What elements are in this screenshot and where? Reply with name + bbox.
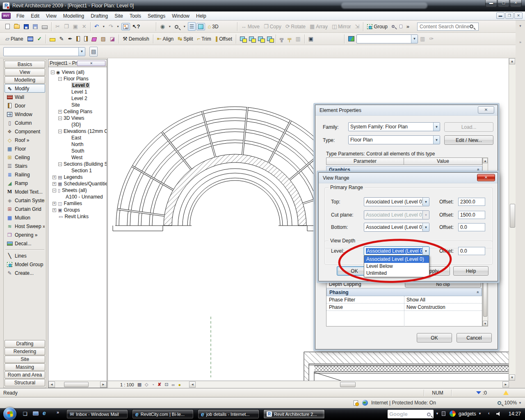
type-select[interactable]: Floor Plan▼ <box>348 135 440 144</box>
menu-help[interactable]: Help <box>193 12 210 20</box>
menu-settings[interactable]: Settings <box>144 12 169 20</box>
tree-item-revit-links[interactable]: ▭Revit Links <box>48 213 107 220</box>
tool-ramp[interactable]: ◢Ramp <box>5 179 45 187</box>
close-icon[interactable]: ✕ <box>77 61 105 66</box>
demolish-gray-button[interactable]: ▥ <box>294 34 302 43</box>
dialog-titlebar[interactable]: View Range <box>319 173 498 183</box>
join-cut-button[interactable] <box>256 35 265 42</box>
tree-item-a100[interactable]: A100 - Unnamed <box>48 194 107 200</box>
expander-icon[interactable]: + <box>52 202 56 205</box>
tree-item-sections[interactable]: −Sections (Building S <box>48 161 107 167</box>
edit-new-button[interactable]: Edit / New... <box>444 135 493 145</box>
tool-modify[interactable]: ⇖Modify <box>5 84 45 93</box>
tree-item-west[interactable]: West <box>48 154 107 161</box>
design-options-button[interactable] <box>347 35 356 43</box>
save-button[interactable] <box>22 23 30 30</box>
tab-room-and-area[interactable]: Room and Area <box>5 371 45 379</box>
tab-modelling[interactable]: Modelling <box>5 76 45 84</box>
zoom-button[interactable] <box>173 23 181 30</box>
ie-quicklaunch-icon[interactable]: e <box>43 410 46 416</box>
cut-profile-button[interactable] <box>82 35 89 43</box>
scroll-up-arrow[interactable]: ▲ <box>483 158 488 163</box>
menu-view[interactable]: View <box>43 12 60 20</box>
dropdown-option-unlimited[interactable]: Unlimited <box>364 270 429 277</box>
tool-opening[interactable]: ❒Opening » <box>5 231 45 239</box>
redo-dropdown[interactable]: ▾ <box>116 23 121 30</box>
chevron-more-icon[interactable]: » <box>57 410 59 415</box>
copy-clipboard-button[interactable]: ❐ <box>62 22 71 31</box>
ok-button[interactable]: OK <box>417 333 452 342</box>
tab-structural[interactable]: Structural <box>5 379 45 386</box>
collapse-icon[interactable]: » <box>476 169 481 171</box>
menu-modelling[interactable]: Modelling <box>60 12 87 20</box>
cut-plane-offset-input[interactable] <box>458 211 485 219</box>
tree-item-north[interactable]: North <box>48 141 107 148</box>
mdi-close-button[interactable]: ✕ <box>514 12 523 19</box>
level-select[interactable]: Associated Level (Level 0)▼ <box>364 247 429 256</box>
resize-button[interactable]: ⇲ <box>354 22 361 31</box>
dropdown-option-associated-level[interactable]: Associated Level (Level 0) <box>364 256 429 263</box>
redo-button[interactable]: ↷ <box>107 22 115 31</box>
unpin-button[interactable] <box>398 23 404 30</box>
tree-item-3d[interactable]: {3D} <box>48 121 107 128</box>
collapse-icon[interactable]: » <box>476 291 480 294</box>
context-help-button[interactable]: ↖? <box>131 22 142 31</box>
uncut-button[interactable] <box>265 35 274 42</box>
type-selector[interactable]: ▼ <box>3 47 85 56</box>
menu-site[interactable]: Site <box>111 12 126 20</box>
tree-item-sheets[interactable]: −▯Sheets (all) <box>48 187 107 194</box>
tool-curtain-grid[interactable]: ⊞Curtain Grid <box>5 205 45 213</box>
maximize-button[interactable]: ▢ <box>498 0 509 7</box>
tool-create[interactable]: ✎Create... <box>5 269 45 277</box>
taskbar-clock[interactable]: 14:27 <box>509 411 521 417</box>
chevron-down-icon[interactable]: ▾ <box>516 24 525 28</box>
lightbulb-icon[interactable]: ● <box>178 382 181 387</box>
grid-button[interactable] <box>26 35 35 43</box>
dynamic-view-button[interactable] <box>196 23 205 30</box>
edit-cut-profile-button[interactable]: ╤ <box>286 34 293 43</box>
render-settings-button[interactable]: ✑ <box>427 34 435 43</box>
mirror-button[interactable]: ◫Mirror <box>330 22 353 31</box>
wall-joins-button[interactable]: ╦ <box>278 34 285 43</box>
tape-measure-button[interactable] <box>48 35 57 43</box>
model-graphics-icon[interactable]: ◇ <box>145 382 148 387</box>
minimize-button[interactable]: ▬ <box>485 0 497 7</box>
project-browser-toggle[interactable] <box>121 23 130 30</box>
tool-stairs[interactable]: ☰Stairs <box>5 162 45 170</box>
mdi-restore-button[interactable]: ❐ <box>505 12 514 19</box>
phasing-section-row[interactable]: Phasing» <box>326 288 482 296</box>
scroll-right-arrow[interactable]: ► <box>502 381 509 388</box>
tree-item-families[interactable]: +◫Families <box>48 200 107 207</box>
tree-item-views-all[interactable]: −◉Views (all) <box>48 69 107 75</box>
load-button[interactable]: Load... <box>444 122 493 132</box>
properties-button[interactable]: ▤ <box>89 47 98 57</box>
scroll-up-arrow[interactable]: ▲ <box>509 58 515 64</box>
tool-host-sweep[interactable]: ≋Host Sweep » <box>5 222 45 231</box>
bottom-offset-input[interactable] <box>458 223 485 231</box>
unjoin-geometry-button[interactable] <box>247 35 256 42</box>
crop-view-icon[interactable]: ✘ <box>158 382 161 387</box>
warning-icon[interactable] <box>503 390 509 395</box>
scrollbar-thumb[interactable] <box>340 382 356 387</box>
undo-button[interactable]: ↶ <box>93 22 100 31</box>
move-button[interactable]: ↔Move <box>240 22 261 31</box>
expander-icon[interactable]: + <box>52 208 56 212</box>
dropdown-option-level-below[interactable]: Level Below <box>364 263 429 270</box>
split-face-button[interactable]: ◪ <box>108 34 116 43</box>
menu-drafting[interactable]: Drafting <box>87 12 111 20</box>
array-button[interactable]: ▦Array <box>308 22 329 31</box>
group-button[interactable]: Group <box>365 23 389 31</box>
steering-wheel-dropdown[interactable]: ▾ <box>167 23 172 30</box>
offset-button[interactable]: ∥Offset <box>214 34 234 43</box>
start-button[interactable] <box>3 407 16 420</box>
tree-item-groups[interactable]: +▣Groups <box>48 207 107 213</box>
tool-door[interactable]: Door <box>5 101 45 110</box>
tree-item-floor-plans[interactable]: −Floor Plans <box>48 75 107 82</box>
tab-basics[interactable]: Basics <box>5 61 45 68</box>
gadgets-icon[interactable] <box>450 411 456 417</box>
parameter-value[interactable]: Show All <box>406 297 425 303</box>
reveal-hidden-icon[interactable]: ∞ <box>172 382 175 387</box>
scrollbar-thumb[interactable] <box>483 282 487 317</box>
tool-floor[interactable]: ▦Floor <box>5 144 45 153</box>
browser-horizontal-scrollbar[interactable]: ◄ ► <box>48 381 107 388</box>
